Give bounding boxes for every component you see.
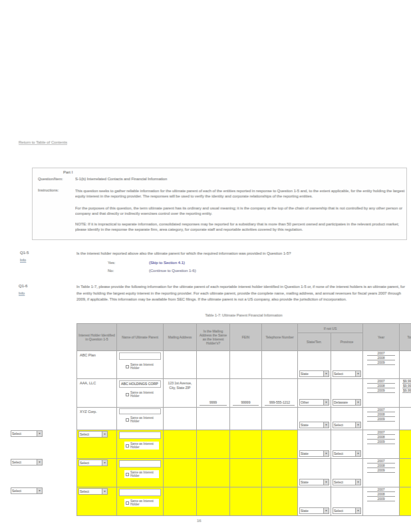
ultimate-parent-name-input[interactable] (119, 408, 161, 414)
chevron-down-icon[interactable]: ▾ (37, 431, 42, 436)
holder-select-dropdown[interactable]: Select ▾ (78, 460, 108, 466)
state-dropdown-value: State (300, 371, 323, 376)
state-dropdown[interactable]: Other ▾ (299, 399, 329, 406)
q15-yes-skip-link[interactable]: (Skip to Section 4.1) (149, 261, 185, 265)
checkbox-icon[interactable] (126, 501, 129, 505)
q15-yes-label: Yes: (108, 261, 115, 265)
year-label: 2008 (367, 412, 395, 417)
same-as-holder-checkbox[interactable]: Same as Interest Holder (124, 442, 159, 450)
chevron-down-icon[interactable]: ▾ (355, 422, 360, 428)
interest-holder-name: AAA, LLC (77, 379, 116, 385)
year-label: 2009 (367, 388, 395, 393)
country-dropdown[interactable]: Delaware ▾ (333, 399, 361, 406)
q15-no-continue-link[interactable]: (Continue to Question 1-6) (149, 269, 196, 273)
chevron-down-icon[interactable]: ▾ (102, 489, 107, 494)
chevron-down-icon[interactable]: ▾ (323, 451, 329, 456)
chevron-down-icon[interactable]: ▾ (355, 451, 360, 456)
checkbox-icon[interactable] (126, 365, 129, 368)
instructions-label: Instructions: (38, 188, 75, 192)
state-dropdown-value: State (300, 479, 323, 485)
chevron-down-icon[interactable]: ▾ (323, 422, 329, 428)
year-label: 2008 (367, 492, 395, 497)
checkbox-icon[interactable] (126, 473, 129, 476)
telephone-value: 999-555-1212 (265, 400, 295, 406)
chevron-down-icon[interactable]: ▾ (323, 479, 329, 485)
country-dropdown[interactable]: Select ▾ (333, 450, 361, 457)
row-action-select[interactable]: Select ▾ (11, 459, 43, 466)
header-same-address: Is the Mailing Address the Same as the I… (197, 324, 230, 351)
table-row: XYZ Corp. Same as Interest Holder State … (77, 408, 411, 430)
state-dropdown[interactable]: State ▾ (299, 422, 329, 428)
chevron-down-icon[interactable]: ▾ (323, 371, 329, 376)
country-dropdown-value: Select (333, 451, 355, 456)
same-as-holder-checkbox[interactable]: Same as Interest Holder (124, 362, 159, 370)
row-action-select[interactable]: Select ▾ (11, 487, 43, 494)
holder-select-value: Select (79, 432, 102, 437)
country-dropdown-value: Select (333, 422, 355, 428)
holder-select-dropdown[interactable]: Select ▾ (78, 431, 108, 438)
chevron-down-icon[interactable]: ▾ (355, 479, 360, 485)
q15-no-label: No: (108, 269, 114, 273)
country-dropdown[interactable]: Select ▾ (333, 370, 361, 377)
same-as-holder-checkbox[interactable]: Same as Interest Holder (124, 470, 159, 478)
ultimate-parent-name-input[interactable] (119, 352, 161, 360)
same-as-holder-checkbox[interactable]: Same as Interest Holder (124, 390, 159, 398)
instructions-paragraph-1: This question seeks to gather reliable i… (75, 188, 405, 199)
ultimate-parent-name-input[interactable] (119, 489, 161, 496)
table-row-blank: Select ▾ Same as Interest Holder State ▾ (77, 487, 411, 516)
ultimate-parent-name-input[interactable] (119, 460, 161, 467)
return-link[interactable]: Return to Table of Contents (19, 140, 67, 144)
chevron-down-icon[interactable]: ▾ (102, 460, 107, 466)
checkbox-icon[interactable] (126, 418, 129, 422)
year-label: 2007 (367, 379, 395, 384)
state-dropdown[interactable]: State ▾ (299, 450, 329, 457)
same-as-holder-checkbox[interactable]: Same as Interest Holder (124, 416, 159, 424)
state-dropdown[interactable]: State ▾ (299, 479, 329, 485)
chevron-down-icon[interactable]: ▾ (323, 508, 329, 513)
year-label: 2008 (367, 435, 395, 440)
header-group-if-not-us: If not US (298, 324, 363, 333)
ultimate-parent-name-input[interactable]: ABC HOLDINGS CORP (119, 380, 161, 388)
chevron-down-icon[interactable]: ▾ (37, 488, 42, 493)
header-total-revenue: Total Annual Revenue ($) (400, 324, 411, 351)
country-dropdown-value: Delaware (333, 400, 355, 405)
country-dropdown-value: Select (333, 508, 355, 513)
state-dropdown-value: State (300, 422, 323, 428)
year-label: 2008 (367, 384, 395, 388)
state-dropdown[interactable]: State ▾ (299, 507, 329, 514)
country-dropdown[interactable]: Select ▾ (333, 479, 361, 485)
chevron-down-icon[interactable]: ▾ (323, 400, 329, 405)
q15-info-link[interactable]: Info (20, 258, 26, 262)
header-state-terr: State/Terr. (298, 333, 331, 351)
chevron-down-icon[interactable]: ▾ (102, 432, 107, 437)
checkbox-icon[interactable] (126, 393, 129, 396)
interest-holder-name: ABC Plan (77, 351, 116, 357)
year-label: 2009 (367, 440, 395, 444)
chevron-down-icon[interactable]: ▾ (355, 508, 360, 513)
mailing-address-value: 123 1st Avenue, City, State ZIP (164, 379, 196, 390)
checkbox-label: Same as Interest Holder (130, 471, 158, 477)
year-label: 2008 (367, 464, 395, 468)
question-item-text: S-1(b) Interrelated Contacts and Financi… (75, 177, 405, 182)
checkbox-label: Same as Interest Holder (130, 391, 158, 398)
year-label: 2008 (367, 356, 395, 360)
chevron-down-icon[interactable]: ▾ (355, 371, 360, 376)
q16-info-link[interactable]: Info (19, 291, 25, 295)
revenue-value: $9,999 (402, 388, 411, 393)
checkbox-label: Same as Interest Holder (130, 442, 158, 449)
header-interest-holder: Interest Holder Identified in Question 1… (77, 324, 117, 351)
table-header-row-group: Interest Holder Identified in Question 1… (77, 324, 411, 333)
holder-select-dropdown[interactable]: Select ▾ (78, 488, 108, 495)
row-action-select[interactable]: Select ▾ (11, 430, 43, 437)
row-action-select-value: Select (11, 488, 37, 493)
country-dropdown[interactable]: Select ▾ (333, 507, 361, 514)
scanned-form-page: Return to Table of Contents Part I Quest… (0, 0, 411, 532)
chevron-down-icon[interactable]: ▾ (37, 460, 42, 465)
country-dropdown[interactable]: Select ▾ (333, 422, 361, 428)
checkbox-icon[interactable] (126, 444, 129, 448)
row-action-select-value: Select (11, 460, 37, 465)
same-as-holder-checkbox[interactable]: Same as Interest Holder (124, 499, 159, 507)
chevron-down-icon[interactable]: ▾ (355, 400, 360, 405)
state-dropdown[interactable]: State ▾ (299, 370, 329, 377)
ultimate-parent-name-input[interactable] (119, 432, 161, 439)
